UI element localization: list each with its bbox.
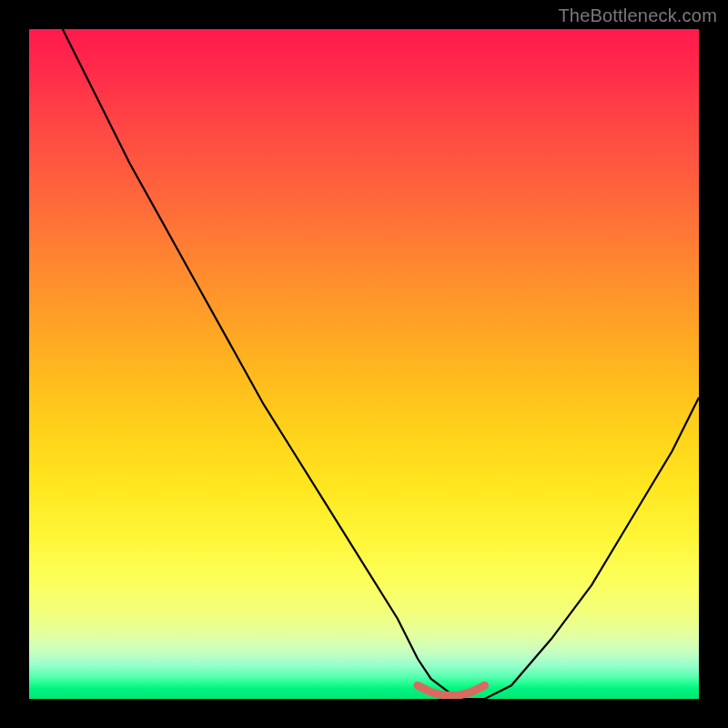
- curve-layer: [29, 29, 699, 699]
- chart-frame: TheBottleneck.com: [0, 0, 728, 728]
- watermark-text: TheBottleneck.com: [558, 5, 717, 26]
- plot-area: [29, 29, 699, 699]
- optimal-region-marker: [418, 685, 485, 695]
- bottleneck-curve: [63, 29, 699, 699]
